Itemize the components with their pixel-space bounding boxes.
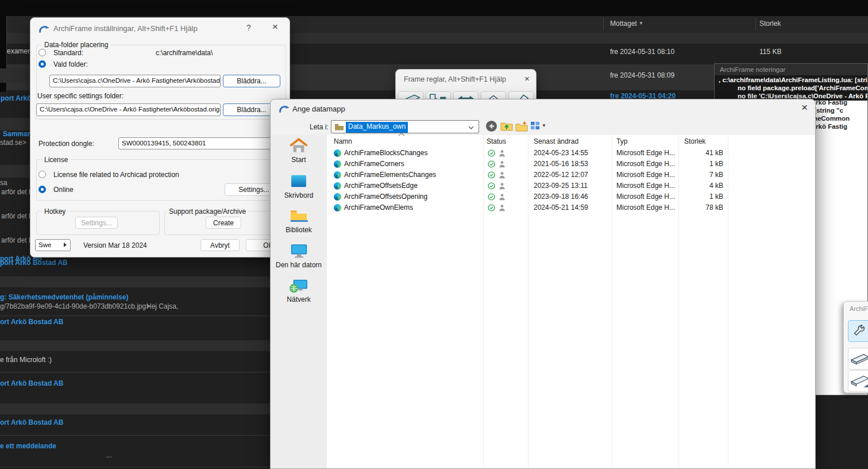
file-modified: 2024-05-21 14:59 <box>534 203 588 212</box>
license-online-radio-label[interactable]: Online <box>53 186 74 194</box>
email-row-size: 115 KB <box>759 48 781 56</box>
frame-reglar-dialog: Frame reglar, Alt+Shift+F1 Hjälp × <box>395 69 537 102</box>
standard-radio[interactable] <box>38 49 46 56</box>
email-subject-unread[interactable]: ort Arkö Bostad AB <box>0 379 63 387</box>
create-button[interactable]: Create <box>206 217 241 229</box>
email-subject-unread[interactable]: ort Arkö Bostad AB <box>0 418 63 426</box>
look-in-dropdown[interactable]: Data_Markus_own <box>331 120 479 133</box>
check-status-icon <box>488 193 495 201</box>
hotkey-group-label: Hotkey <box>42 207 68 216</box>
file-name: ArchiFrameCorners <box>344 160 404 168</box>
column-header-type[interactable]: Typ <box>616 137 627 145</box>
browse-button[interactable]: Bläddra... <box>223 75 280 87</box>
selected-folder-path-field[interactable]: C:\Users\cajsa.c\OneDrive - Arkö Fastigh… <box>49 75 221 87</box>
email-fragment[interactable]: stad.se> <box>0 139 26 147</box>
home-icon <box>290 137 308 154</box>
sort-descending-icon: ▼ <box>639 21 643 26</box>
email-fragment[interactable]: examen <box>7 47 32 55</box>
column-header-status[interactable]: Status <box>487 137 506 145</box>
palette-settings-button-selected[interactable] <box>848 320 868 342</box>
help-button[interactable]: ? <box>246 23 251 32</box>
email-preview[interactable]: Hej Cajsa, <box>146 302 178 310</box>
desktop-icon <box>290 174 307 188</box>
view-menu-button[interactable]: ▼ <box>530 121 547 131</box>
file-name: ArchiFrameOwnElems <box>344 203 413 212</box>
email-row-received[interactable]: fre 2024-05-31 08:09 <box>610 71 674 79</box>
archiframe-logo-icon <box>279 104 289 114</box>
libraries-folder-icon <box>290 209 308 224</box>
standard-radio-label[interactable]: Standard: <box>53 49 83 57</box>
edge-file-icon <box>334 182 341 190</box>
email-subject-unread[interactable]: e ett meddelande <box>0 442 56 450</box>
file-row[interactable]: ArchiFrameBlocksChanges 2024-05-23 14:55… <box>327 148 816 159</box>
user-settings-folder-label: User specific settings folder: <box>37 92 124 100</box>
close-icon[interactable]: × <box>801 102 808 112</box>
file-modified: 2023-09-25 13:11 <box>534 182 588 190</box>
email-preview[interactable]: e från Microloft :) <box>0 356 52 364</box>
mottaget-label: Mottaget <box>610 20 637 28</box>
email-fragment[interactable]: sa <box>0 179 7 187</box>
license-online-radio[interactable] <box>38 186 46 193</box>
column-header-storlek[interactable]: Storlek <box>759 20 781 28</box>
column-header-mottaget[interactable]: Mottaget ▼ <box>610 20 643 28</box>
file-row[interactable]: ArchiFrameOwnElems 2024-05-21 14:59 Micr… <box>327 202 816 213</box>
email-fragment[interactable]: arför det h <box>1 188 33 196</box>
email-row-received[interactable]: fre 2024-05-31 08:10 <box>610 48 674 56</box>
email-group-strip <box>0 68 30 83</box>
dialog-title: Ange datamapp <box>292 105 345 113</box>
sidebar-item-network[interactable]: Nätverk <box>271 276 327 309</box>
protection-dongle-field[interactable]: SW0000139415, 500243801 <box>118 137 285 149</box>
sidebar-item-libraries[interactable]: Bibliotek <box>271 206 327 239</box>
column-header-modified[interactable]: Senast ändrad <box>534 137 578 145</box>
license-file-radio[interactable] <box>38 171 46 178</box>
email-preview[interactable]: ... <box>106 451 112 459</box>
wrench-icon <box>851 324 866 339</box>
person-status-icon <box>499 204 506 212</box>
email-fragment[interactable]: arför det h <box>1 212 33 220</box>
sidebar-item-desktop[interactable]: Skrivbord <box>271 172 327 204</box>
license-file-radio-label[interactable]: License file related to Archicad protect… <box>53 171 179 179</box>
notes-log-line[interactable]: , c:\archiframe\data\ArchiFrameListing.l… <box>719 76 868 83</box>
palette-beam-tool-button[interactable] <box>848 348 868 370</box>
file-row[interactable]: ArchiFrameCorners 2021-05-16 18:53 Micro… <box>327 159 816 170</box>
email-subject-unread[interactable]: ort Arkö Bostad AB <box>0 318 63 326</box>
email-fragment[interactable]: arför det h <box>1 236 33 244</box>
close-icon[interactable]: × <box>272 22 278 32</box>
up-one-level-button[interactable] <box>500 120 513 132</box>
close-icon[interactable]: × <box>524 74 530 83</box>
sidebar-item-label: Bibliotek <box>271 226 327 234</box>
back-button[interactable] <box>485 120 497 132</box>
column-header-size[interactable]: Storlek <box>684 137 705 145</box>
email-preview[interactable]: g/7b82ba9f-9e09-4c1d-90de-b073db0921cb.j… <box>0 302 150 310</box>
notes-log-line[interactable]: no field package.preload['ArchiFrameComm… <box>738 84 868 91</box>
cancel-button[interactable]: Avbryt <box>200 239 240 251</box>
person-status-icon <box>499 171 506 179</box>
check-status-icon <box>488 160 495 168</box>
file-row[interactable]: ArchiFrameOffsetsEdge 2023-09-25 13:11 M… <box>327 180 816 191</box>
chevron-down-icon[interactable] <box>468 126 474 129</box>
email-fragment-unread[interactable]: Sammanf <box>3 130 34 138</box>
email-subject-unread[interactable]: port Arkö Bostad AB <box>0 259 68 267</box>
new-folder-button[interactable] <box>515 120 528 132</box>
selected-folder-radio[interactable] <box>38 60 46 68</box>
hotkey-settings-button[interactable]: Settings... <box>75 217 118 229</box>
file-size: 41 kB <box>686 149 723 157</box>
file-row[interactable]: ArchiFrameElementsChanges 2022-05-12 12:… <box>327 170 816 180</box>
file-type: Microsoft Edge H... <box>616 171 675 179</box>
palette-beam-corner-tool-button[interactable] <box>848 370 868 392</box>
check-status-icon <box>488 171 495 179</box>
selected-folder-radio-label[interactable]: Vald folder: <box>53 60 88 68</box>
sidebar-item-this-pc[interactable]: Den här datorn <box>271 242 327 274</box>
check-status-icon <box>488 182 495 190</box>
column-header-name[interactable]: Namn <box>334 137 352 145</box>
user-settings-path-field[interactable]: C:\Users\cajsa.c\OneDrive - Arkö Fastigh… <box>36 103 221 116</box>
archiframe-settings-dialog: ArchiFrame inställningar, Alt+Shift+F1 H… <box>30 17 290 257</box>
look-in-selected-value: Data_Markus_own <box>346 122 408 133</box>
email-subject-unread[interactable]: g: Säkerhetsmedvetenhet (påminnelse) <box>0 293 128 301</box>
file-row[interactable]: ArchiFrameOffsetsOpening 2023-09-18 16:4… <box>327 191 816 202</box>
sidebar-item-start[interactable]: Start <box>271 136 327 166</box>
sidebar-item-label: Nätverk <box>271 295 327 303</box>
standard-path-value: c:\archiframe\data\ <box>156 49 213 57</box>
person-status-icon <box>499 160 506 168</box>
file-name: ArchiFrameOffsetsEdge <box>344 182 418 190</box>
